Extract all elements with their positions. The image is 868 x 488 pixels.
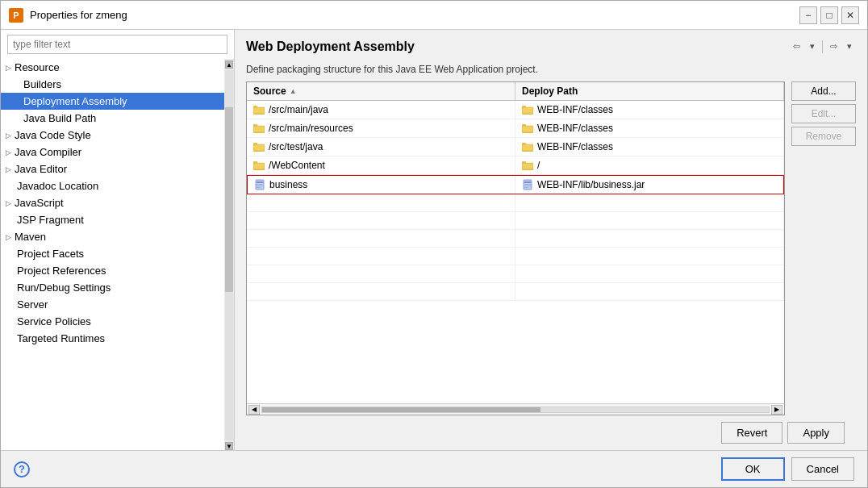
maximize-button[interactable]: □ xyxy=(820,6,838,24)
content-top-bar: Web Deployment Assembly ⇦ ▾ ⇨ ▾ xyxy=(246,40,856,59)
cancel-button[interactable]: Cancel xyxy=(791,457,854,481)
empty-deploy-cell xyxy=(515,230,784,247)
sidebar-item-server[interactable]: Server xyxy=(1,296,224,313)
scroll-down-btn[interactable]: ▼ xyxy=(225,442,233,450)
sidebar-label-java-code-style: Java Code Style xyxy=(15,129,91,141)
source-value: /src/main/resources xyxy=(269,123,353,134)
sidebar-item-builders[interactable]: Builders xyxy=(1,76,224,93)
sidebar-scrollbar[interactable]: ▲ ▼ xyxy=(224,59,234,450)
title-controls: − □ ✕ xyxy=(799,6,859,24)
svg-rect-19 xyxy=(522,144,533,151)
dialog-icon: P xyxy=(9,8,23,23)
empty-deploy-cell xyxy=(515,248,784,265)
scroll-right-btn[interactable]: ▶ xyxy=(771,405,782,415)
deploy-cell: / xyxy=(515,156,784,174)
svg-rect-25 xyxy=(522,163,533,169)
svg-rect-33 xyxy=(524,184,531,185)
svg-rect-13 xyxy=(522,126,533,132)
source-cell: /src/test/java xyxy=(247,138,515,156)
minimize-button[interactable]: − xyxy=(799,6,817,24)
add-button[interactable]: Add... xyxy=(791,81,856,101)
sidebar-item-service-policies[interactable]: Service Policies xyxy=(1,313,224,330)
sidebar: ▷ Resource Builders Deployment Assembly … xyxy=(1,30,235,450)
deploy-value: WEB-INF/lib/business.jar xyxy=(537,179,645,190)
scroll-track[interactable] xyxy=(261,407,770,413)
table-row[interactable]: /src/test/java WEB- xyxy=(247,138,784,156)
table-row-empty xyxy=(247,283,784,301)
sidebar-item-javadoc-location[interactable]: Javadoc Location xyxy=(1,177,224,194)
edit-button[interactable]: Edit... xyxy=(791,104,856,123)
source-value: business xyxy=(269,179,307,190)
sidebar-item-java-compiler[interactable]: ▷ Java Compiler xyxy=(1,144,224,161)
sidebar-item-maven[interactable]: ▷ Maven xyxy=(1,228,224,245)
sidebar-item-run-debug-settings[interactable]: Run/Debug Settings xyxy=(1,279,224,296)
header-deploy-path-label: Deploy Path xyxy=(522,86,578,97)
apply-button[interactable]: Apply xyxy=(787,422,845,444)
dialog-body: ▷ Resource Builders Deployment Assembly … xyxy=(1,30,867,450)
sidebar-item-java-code-style[interactable]: ▷ Java Code Style xyxy=(1,127,224,144)
empty-deploy-cell xyxy=(515,265,784,282)
sidebar-item-deployment-assembly[interactable]: Deployment Assembly xyxy=(1,93,224,110)
header-source-label: Source xyxy=(253,86,286,97)
sidebar-item-targeted-runtimes[interactable]: Targeted Runtimes xyxy=(1,330,224,347)
deploy-value: WEB-INF/classes xyxy=(537,141,613,152)
horizontal-scrollbar[interactable]: ◀ ▶ xyxy=(247,403,784,415)
filter-input[interactable] xyxy=(7,35,227,54)
empty-deploy-cell xyxy=(515,194,784,211)
table-header: Source ▲ Deploy Path xyxy=(247,82,784,101)
table-row-empty xyxy=(247,248,784,265)
sidebar-item-java-editor[interactable]: ▷ Java Editor xyxy=(1,161,224,177)
sidebar-label-server: Server xyxy=(17,298,48,311)
table-row[interactable]: /src/main/resources xyxy=(247,119,784,138)
folder-icon xyxy=(522,161,533,170)
help-button[interactable]: ? xyxy=(14,461,30,478)
sidebar-item-jsp-fragment[interactable]: JSP Fragment xyxy=(1,211,224,228)
forward-button[interactable]: ⇨ xyxy=(826,40,841,53)
deploy-cell: WEB-INF/classes xyxy=(515,119,784,137)
table-row[interactable]: /src/main/java WEB- xyxy=(247,101,784,119)
sidebar-label-java-compiler: Java Compiler xyxy=(15,146,81,158)
back-button[interactable]: ⇦ xyxy=(789,40,804,53)
header-deploy-path[interactable]: Deploy Path xyxy=(515,82,784,100)
sidebar-item-javascript[interactable]: ▷ JavaScript xyxy=(1,194,224,211)
empty-deploy-cell xyxy=(515,212,784,229)
sidebar-label-maven: Maven xyxy=(15,231,46,243)
jar-icon xyxy=(254,179,265,190)
sidebar-label-builders: Builders xyxy=(23,78,61,90)
sidebar-item-project-facets[interactable]: Project Facets xyxy=(1,245,224,262)
empty-source-cell xyxy=(247,194,515,211)
dialog-title: Properties for zmeng xyxy=(30,9,127,21)
folder-icon xyxy=(253,106,265,115)
empty-source-cell xyxy=(247,230,515,247)
dialog-bottom: ? OK Cancel xyxy=(1,450,867,487)
table-row[interactable]: business xyxy=(247,175,784,194)
source-sort-icon: ▲ xyxy=(290,87,297,95)
header-source[interactable]: Source ▲ xyxy=(247,82,515,100)
svg-rect-30 xyxy=(257,187,261,188)
back-dropdown-button[interactable]: ▾ xyxy=(806,40,819,53)
sidebar-item-java-build-path[interactable]: Java Build Path xyxy=(1,110,224,127)
folder-icon xyxy=(253,161,265,170)
sidebar-item-resource[interactable]: ▷ Resource xyxy=(1,59,224,76)
folder-icon xyxy=(522,106,533,115)
scroll-left-btn[interactable]: ◀ xyxy=(248,405,260,415)
deployment-table: Source ▲ Deploy Path xyxy=(246,81,785,415)
ok-button[interactable]: OK xyxy=(721,457,785,481)
expand-arrow-java-code-style: ▷ xyxy=(6,131,11,140)
svg-rect-35 xyxy=(524,187,528,188)
empty-deploy-cell xyxy=(515,283,784,300)
close-button[interactable]: ✕ xyxy=(841,6,859,24)
scroll-up-btn[interactable]: ▲ xyxy=(225,60,233,69)
remove-button[interactable]: Remove xyxy=(791,127,856,146)
deploy-value: WEB-INF/classes xyxy=(537,123,613,134)
forward-dropdown-button[interactable]: ▾ xyxy=(843,40,856,53)
expand-arrow-maven: ▷ xyxy=(6,233,11,241)
table-row-empty xyxy=(247,230,784,248)
nav-separator xyxy=(822,40,823,53)
sidebar-item-project-references[interactable]: Project References xyxy=(1,262,224,279)
folder-icon xyxy=(253,124,265,133)
revert-button[interactable]: Revert xyxy=(721,422,782,444)
table-row[interactable]: /WebContent / xyxy=(247,156,784,175)
svg-rect-10 xyxy=(253,126,265,132)
sidebar-label-javascript: JavaScript xyxy=(15,197,64,209)
